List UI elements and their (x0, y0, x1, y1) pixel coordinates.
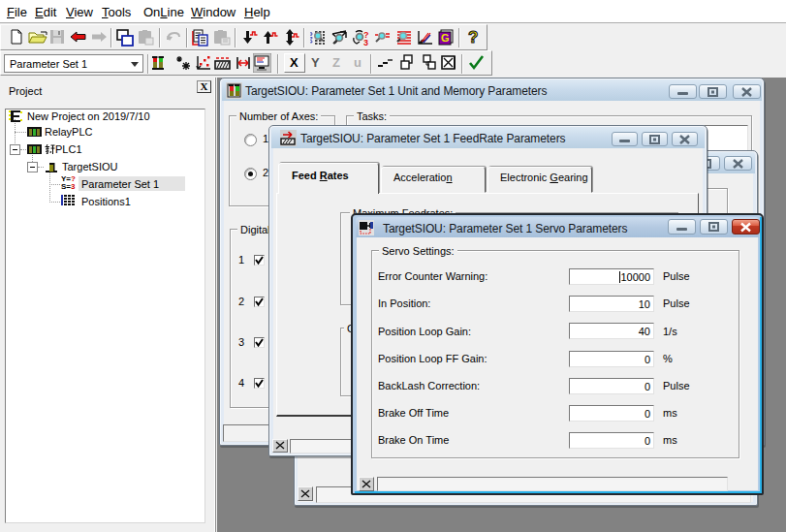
svg-text:3: 3 (71, 182, 76, 190)
svg-text:?: ? (468, 28, 478, 47)
svg-text:3: 3 (363, 38, 368, 46)
svg-text:G: G (441, 32, 450, 44)
svg-text:S=: S= (61, 182, 71, 190)
